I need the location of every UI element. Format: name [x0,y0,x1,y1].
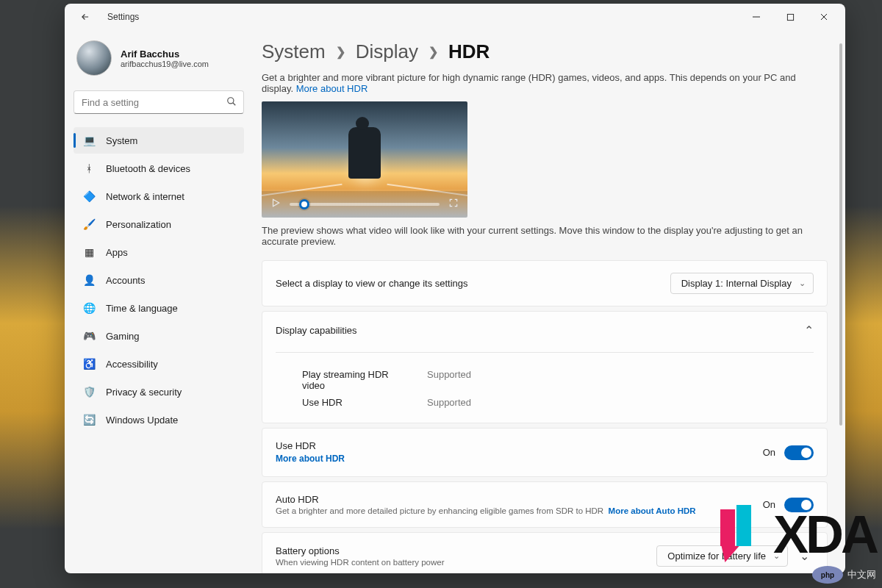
sidebar-item-label: Privacy & security [106,387,182,398]
capability-label: Use HDR [302,397,412,408]
capability-value: Supported [427,369,471,391]
play-icon[interactable] [270,198,281,211]
capability-label: Play streaming HDR video [302,369,412,391]
maximize-button[interactable] [773,5,807,29]
profile-name: Arif Bacchus [121,49,209,60]
battery-options-card: Battery options When viewing HDR content… [262,532,828,573]
sidebar-item-gaming[interactable]: 🎮Gaming [74,323,244,349]
battery-options-value: Optimize for battery life [667,551,766,562]
chevron-right-icon: ❯ [429,45,438,59]
profile-email: arifbacchus19@live.com [121,60,209,68]
page-description: Get a brighter and more vibrant picture … [262,72,820,94]
chevron-right-icon: ❯ [336,45,345,59]
use-hdr-title: Use HDR [276,440,345,451]
display-select-card: Select a display to view or change its s… [262,260,828,306]
use-hdr-more-link[interactable]: More about HDR [276,453,345,464]
svg-rect-1 [787,14,793,20]
search-input[interactable] [74,90,244,114]
display-capabilities-card: Display capabilities ⌃ Play streaming HD… [262,311,828,423]
sidebar-item-accounts[interactable]: 👤Accounts [74,267,244,293]
breadcrumb-system[interactable]: System [262,40,326,63]
fullscreen-icon[interactable] [448,198,459,211]
nav-icon: 🔷 [82,190,96,203]
chevron-down-icon: ⌄ [773,551,780,561]
svg-marker-6 [273,199,279,206]
display-capabilities-header[interactable]: Display capabilities ⌃ [276,323,814,337]
chevron-down-icon: ⌄ [799,279,806,288]
seek-thumb[interactable] [299,199,309,209]
sidebar-item-time-language[interactable]: 🌐Time & language [74,295,244,321]
sidebar-item-label: Accessibility [106,359,158,370]
use-hdr-toggle[interactable] [784,445,814,460]
use-hdr-state: On [763,447,775,458]
sidebar-item-label: Personalization [106,219,171,230]
preview-note: The preview shows what video will look l… [262,225,828,247]
battery-options-dropdown[interactable]: Optimize for battery life ⌄ [656,545,788,567]
display-select-dropdown[interactable]: Display 1: Internal Display ⌄ [670,273,814,294]
breadcrumb-display[interactable]: Display [356,40,418,63]
sidebar-item-bluetooth-devices[interactable]: ᚼBluetooth & devices [74,155,244,182]
nav-icon: ♿ [82,357,96,370]
sidebar-item-windows-update[interactable]: 🔄Windows Update [74,406,244,433]
sidebar-item-system[interactable]: 💻System [74,127,244,154]
minimize-button[interactable] [739,5,773,29]
titlebar: Settings [65,4,845,30]
sidebar-item-label: Time & language [106,303,178,314]
use-hdr-card: Use HDR More about HDR On [262,428,828,477]
hdr-preview-video[interactable] [262,101,467,218]
nav-icon: 🔄 [82,413,96,426]
battery-options-sub: When viewing HDR content on battery powe… [276,558,444,567]
nav-icon: 🖌️ [82,218,96,231]
capability-row: Play streaming HDR videoSupported [276,366,814,394]
auto-hdr-sub: Get a brighter and more detailed picture… [276,506,696,515]
sidebar-item-label: Accounts [106,275,145,286]
chevron-up-icon: ⌃ [804,323,814,337]
sidebar-item-label: Apps [106,247,128,258]
sidebar-item-label: Gaming [106,331,140,342]
auto-hdr-toggle[interactable] [784,498,814,512]
svg-point-4 [228,98,234,104]
sidebar-item-network-internet[interactable]: 🔷Network & internet [74,183,244,209]
breadcrumb-current: HDR [448,40,490,63]
nav-icon: 🌐 [82,301,96,315]
auto-hdr-more-link[interactable]: More about Auto HDR [609,506,696,515]
battery-options-title: Battery options [276,545,444,556]
avatar [76,40,112,76]
profile-block[interactable]: Arif Bacchus arifbacchus19@live.com [74,35,244,83]
sidebar-item-apps[interactable]: ▦Apps [74,239,244,265]
nav-icon: 💻 [82,134,96,147]
nav-icon: 🎮 [82,329,96,343]
nav-icon: 👤 [82,273,96,287]
display-select-value: Display 1: Internal Display [681,278,792,289]
video-controls [262,191,467,218]
nav-icon: ▦ [82,245,96,259]
svg-line-5 [233,103,236,106]
window-title: Settings [107,12,139,22]
sidebar-item-label: System [106,135,137,146]
nav-icon: ᚼ [82,162,96,175]
more-about-hdr-link[interactable]: More about HDR [296,83,368,94]
auto-hdr-card: Auto HDR Get a brighter and more detaile… [262,481,828,528]
sidebar-item-label: Bluetooth & devices [106,163,190,174]
display-capabilities-title: Display capabilities [276,325,357,336]
nav-icon: 🛡️ [82,385,96,398]
search-wrap [74,90,244,114]
sidebar-item-privacy-security[interactable]: 🛡️Privacy & security [74,379,244,405]
window-controls [739,5,841,29]
capability-value: Supported [427,397,471,408]
sidebar-item-accessibility[interactable]: ♿Accessibility [74,351,244,377]
sidebar-item-label: Windows Update [106,415,178,426]
breadcrumb: System ❯ Display ❯ HDR [262,40,828,63]
sidebar: Arif Bacchus arifbacchus19@live.com 💻Sys… [65,30,251,573]
display-select-label: Select a display to view or change its s… [276,278,468,289]
back-button[interactable] [74,5,97,29]
main-content[interactable]: System ❯ Display ❯ HDR Get a brighter an… [251,30,845,573]
capability-row: Use HDRSupported [276,394,814,411]
auto-hdr-state: On [763,499,775,510]
chevron-down-icon[interactable]: ⌄ [795,545,814,567]
scrollbar-thumb[interactable] [839,43,842,426]
close-button[interactable] [807,5,841,29]
sidebar-item-personalization[interactable]: 🖌️Personalization [74,211,244,237]
sidebar-item-label: Network & internet [106,191,184,202]
video-seek-bar[interactable] [290,203,440,206]
